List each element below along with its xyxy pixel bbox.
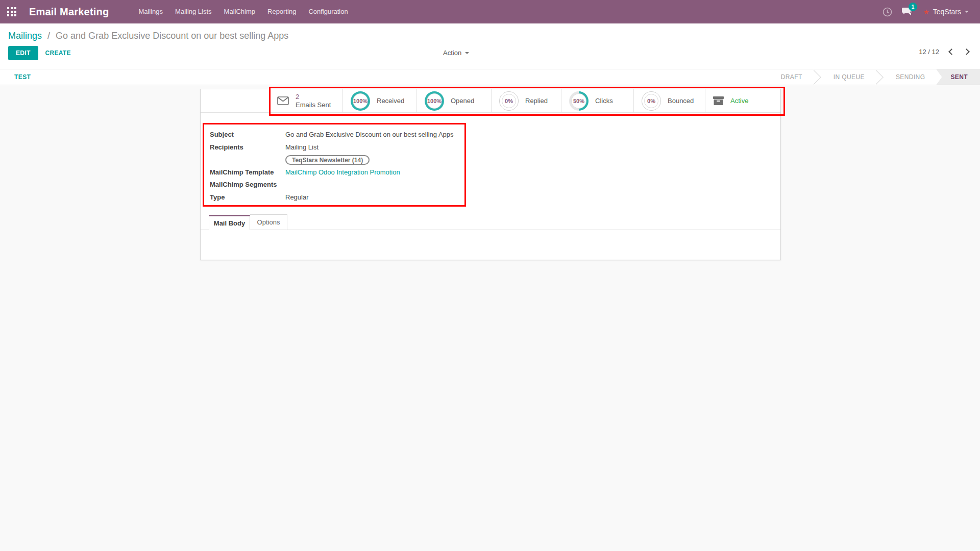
statusbar: DRAFT IN QUEUE SENDING SENT [770,69,980,85]
mailchimp-template-link[interactable]: MailChimp Odoo Integration Promotion [285,166,400,179]
form-statusbar-row: TEST DRAFT IN QUEUE SENDING SENT [0,69,980,85]
field-type-label: Type [210,191,285,204]
field-recipients: Recipients Mailing List [210,141,454,154]
form-sheet: 2 Emails Sent 100% Received 100% Opened … [200,89,781,260]
gauge-clicks: 50% [569,91,589,111]
field-recipients-label: Recipients [210,141,285,154]
field-subject: Subject Go and Grab Exclusive Discount o… [210,129,454,141]
stat-emails-sent[interactable]: 2 Emails Sent [269,89,342,112]
user-avatar-star-icon: ★ [923,9,929,15]
stat-bounced[interactable]: 0% Bounced [633,89,705,112]
status-step-sent[interactable]: SENT [936,69,980,85]
pager: 12 / 12 [919,48,969,56]
pager-value: 12 / 12 [919,48,939,56]
chevron-separator-icon [876,69,885,85]
user-menu[interactable]: ★ TeqStars [919,0,973,23]
activity-clock-button[interactable] [878,0,896,23]
field-recipients-value: Mailing List [285,141,318,154]
stat-opened[interactable]: 100% Opened [416,89,491,112]
gauge-opened: 100% [425,91,444,111]
breadcrumb-link-mailings[interactable]: Mailings [8,31,42,41]
action-dropdown[interactable]: Action [443,49,469,57]
edit-button[interactable]: EDIT [8,46,38,60]
field-subject-value: Go and Grab Exclusive Discount on our be… [285,129,454,141]
field-mailchimp-template-label: MailChimp Template [210,166,285,179]
stat-clicks[interactable]: 50% Clicks [561,89,633,112]
status-step-sending[interactable]: SENDING [885,69,936,85]
stats-button-box: 2 Emails Sent 100% Received 100% Opened … [201,89,780,113]
top-navbar: Email Marketing Mailings Mailing Lists M… [0,0,980,23]
messages-badge: 1 [909,3,917,11]
apps-menu-button[interactable] [0,0,23,23]
user-name: TeqStars [933,8,961,16]
gauge-bounced: 0% [642,91,661,111]
field-mailchimp-template: MailChimp Template MailChimp Odoo Integr… [210,166,454,179]
notebook: Mail Body Options [201,213,780,259]
gauge-received: 100% [351,91,370,111]
stat-label: Replied [525,97,548,105]
create-button[interactable]: CREATE [45,49,71,57]
stat-replied[interactable]: 0% Replied [491,89,561,112]
action-dropdown-label: Action [443,49,461,57]
stat-label: Opened [451,97,474,105]
field-subject-label: Subject [210,129,285,141]
gauge-replied: 0% [499,91,519,111]
pager-next-button[interactable] [963,48,970,55]
app-title[interactable]: Email Marketing [29,6,109,18]
messages-button[interactable]: 1 [899,0,916,23]
nav-item-reporting[interactable]: Reporting [261,0,302,23]
breadcrumb-separator: / [47,31,50,41]
notebook-tabs: Mail Body Options [201,213,780,230]
field-mailing-list-tags: TeqStars Newsletter (14) [210,154,454,166]
chevron-down-icon [965,11,969,13]
field-type-value: Regular [285,191,309,204]
stat-label: Received [377,97,404,105]
test-button[interactable]: TEST [14,69,31,85]
main-menu: Mailings Mailing Lists MailChimp Reporti… [132,0,354,23]
stat-label: Active [730,97,748,105]
clock-icon [883,7,892,17]
status-step-draft[interactable]: DRAFT [770,69,814,85]
archive-icon [713,96,724,105]
pager-previous-button[interactable] [948,48,955,55]
stat-label: Clicks [595,97,613,105]
systray: 1 ★ TeqStars [878,0,980,23]
tab-options[interactable]: Options [250,214,287,230]
chevron-down-icon [465,52,469,54]
field-mailchimp-segments-label: MailChimp Segments [210,179,285,191]
breadcrumb: Mailings / Go and Grab Exclusive Discoun… [8,31,288,41]
form-fields: Subject Go and Grab Exclusive Discount o… [210,129,454,204]
apps-grid-icon [7,7,16,16]
mailing-list-tag: TeqStars Newsletter (14) [285,155,370,165]
nav-item-mailings[interactable]: Mailings [132,0,169,23]
envelope-icon [277,96,289,105]
status-step-in-queue[interactable]: IN QUEUE [822,69,876,85]
breadcrumb-current-title: Go and Grab Exclusive Discount on our be… [56,31,288,41]
content-area: 2 Emails Sent 100% Received 100% Opened … [0,85,980,551]
chevron-separator-icon [814,69,822,85]
stat-received[interactable]: 100% Received [342,89,416,112]
tab-mail-body[interactable]: Mail Body [209,215,250,230]
field-mailchimp-segments: MailChimp Segments [210,179,454,191]
stat-label: Bounced [668,97,694,105]
nav-item-configuration[interactable]: Configuration [302,0,354,23]
stat-active-toggle[interactable]: Active [705,89,780,112]
nav-item-mailchimp[interactable]: MailChimp [218,0,261,23]
stat-label: Emails Sent [296,101,331,109]
field-type: Type Regular [210,191,454,204]
stat-value: 2 [296,93,331,101]
nav-item-mailing-lists[interactable]: Mailing Lists [169,0,218,23]
mail-body-tab-content [201,230,780,259]
control-panel: Mailings / Go and Grab Exclusive Discoun… [0,23,980,69]
